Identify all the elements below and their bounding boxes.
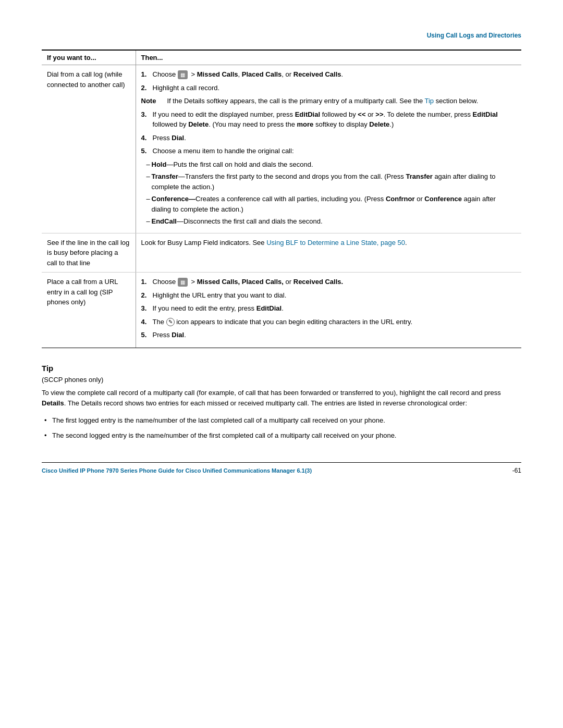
- bullet-item: – EndCall—Disconnects the first call and…: [141, 216, 517, 227]
- table-row: Place a call from a URL entry in a call …: [42, 273, 521, 348]
- page-footer: Cisco Unified IP Phone 7970 Series Phone…: [42, 462, 521, 474]
- bullet-list: – Hold—Puts the first call on hold and d…: [141, 159, 517, 227]
- step-content: Highlight a call record.: [153, 83, 517, 93]
- step-item: 4. Press Dial.: [141, 133, 517, 143]
- step-number: 3.: [141, 303, 153, 314]
- bullet-item: – Hold—Puts the first call on hold and d…: [141, 159, 517, 170]
- step-list-continued: 3. If you need to edit the displayed num…: [141, 109, 517, 156]
- step-content: Highlight the URL entry that you want to…: [153, 290, 517, 301]
- tip-section: Tip (SCCP phones only) To view the compl…: [42, 364, 521, 441]
- step-number: 2.: [141, 83, 153, 93]
- tip-bullet-item: • The first logged entry is the name/num…: [42, 415, 521, 426]
- row1-col2: 1. Choose ▦ > Missed Calls, Placed Calls…: [136, 65, 521, 233]
- col2-header: Then...: [136, 50, 521, 65]
- step-number: 1.: [141, 69, 153, 80]
- bullet-dash: –: [141, 159, 152, 170]
- bullet-dot: •: [42, 430, 52, 441]
- step-item: 5. Press Dial.: [141, 330, 517, 340]
- step-item: 5. Choose a menu item to handle the orig…: [141, 146, 517, 156]
- col1-header: If you want to...: [42, 50, 136, 65]
- blf-link[interactable]: Using BLF to Determine a Line State, pag…: [266, 239, 405, 246]
- row1-col1: Dial from a call log (while connected to…: [42, 65, 136, 233]
- row2-col1: See if the line in the call log is busy …: [42, 233, 136, 273]
- bullet-item: – Conference—Creates a conference call w…: [141, 194, 517, 214]
- footer-left: Cisco Unified IP Phone 7970 Series Phone…: [42, 467, 312, 474]
- step-number: 5.: [141, 146, 153, 156]
- step-content: Choose ▦ > Missed Calls, Placed Calls, o…: [153, 277, 517, 287]
- phone-icon: ▦: [178, 278, 188, 287]
- note-content: If the Details softkey appears, the call…: [167, 96, 517, 106]
- step-content: Choose ▦ > Missed Calls, Placed Calls, o…: [153, 69, 517, 80]
- tip-link[interactable]: Tip: [425, 97, 434, 105]
- bullet-content: Transfer—Transfers the first party to th…: [152, 171, 517, 192]
- step-item: 2. Highlight the URL entry that you want…: [141, 290, 517, 301]
- tip-subheading: (SCCP phones only): [42, 376, 521, 384]
- step-number: 3.: [141, 109, 153, 130]
- tip-bullet-content: The first logged entry is the name/numbe…: [52, 415, 385, 426]
- row3-col2: 1. Choose ▦ > Missed Calls, Placed Calls…: [136, 273, 521, 348]
- step-item: 3. If you need to edit the entry, press …: [141, 303, 517, 314]
- tip-bullet-content: The second logged entry is the name/numb…: [52, 430, 396, 441]
- step-number: 1.: [141, 277, 153, 287]
- step-content: Press Dial.: [153, 330, 517, 340]
- step-item: 1. Choose ▦ > Missed Calls, Placed Calls…: [141, 277, 517, 287]
- step-item: 1. Choose ▦ > Missed Calls, Placed Calls…: [141, 69, 517, 80]
- tip-bullet-item: • The second logged entry is the name/nu…: [42, 430, 521, 441]
- step-number: 4.: [141, 317, 153, 327]
- row2-col2: Look for Busy Lamp Field indicators. See…: [136, 233, 521, 273]
- step-list-row3: 1. Choose ▦ > Missed Calls, Placed Calls…: [141, 277, 517, 340]
- step-item: 2. Highlight a call record.: [141, 83, 517, 93]
- step-content: The ✎ icon appears to indicate that you …: [153, 317, 517, 327]
- header-title: Using Call Logs and Directories: [427, 32, 521, 39]
- step-number: 2.: [141, 290, 153, 301]
- step-content: Press Dial.: [153, 133, 517, 143]
- bullet-dash: –: [141, 216, 152, 227]
- bullet-item: – Transfer—Transfers the first party to …: [141, 171, 517, 192]
- bullet-dash: –: [141, 194, 152, 214]
- step-number: 4.: [141, 133, 153, 143]
- bullet-dash: –: [141, 171, 152, 192]
- step-item: 3. If you need to edit the displayed num…: [141, 109, 517, 130]
- bullet-dot: •: [42, 415, 52, 426]
- bullet-content: EndCall—Disconnects the first call and d…: [152, 216, 323, 227]
- step-content: If you need to edit the entry, press Edi…: [153, 303, 517, 314]
- step-item: 4. The ✎ icon appears to indicate that y…: [141, 317, 517, 327]
- bullet-content: Hold—Puts the first call on hold and dia…: [152, 159, 313, 170]
- tip-body: To view the complete call record of a mu…: [42, 388, 521, 410]
- row3-col1: Place a call from a URL entry in a call …: [42, 273, 136, 348]
- step-content: If you need to edit the displayed number…: [153, 109, 517, 130]
- note-block: Note If the Details softkey appears, the…: [141, 96, 517, 106]
- edit-icon: ✎: [166, 318, 175, 326]
- page-header: Using Call Logs and Directories: [42, 31, 521, 39]
- step-content: Choose a menu item to handle the origina…: [153, 146, 517, 156]
- step-number: 5.: [141, 330, 153, 340]
- phone-icon: ▦: [178, 70, 188, 79]
- footer-page: -61: [512, 467, 521, 474]
- tip-bullets: • The first logged entry is the name/num…: [42, 415, 521, 441]
- tip-heading: Tip: [42, 364, 521, 373]
- table-row: Dial from a call log (while connected to…: [42, 65, 521, 233]
- table-row: See if the line in the call log is busy …: [42, 233, 521, 273]
- bullet-content: Conference—Creates a conference call wit…: [152, 194, 517, 214]
- step-list-row1: 1. Choose ▦ > Missed Calls, Placed Calls…: [141, 69, 517, 93]
- main-table: If you want to... Then... Dial from a ca…: [42, 50, 521, 348]
- note-label: Note: [141, 96, 167, 106]
